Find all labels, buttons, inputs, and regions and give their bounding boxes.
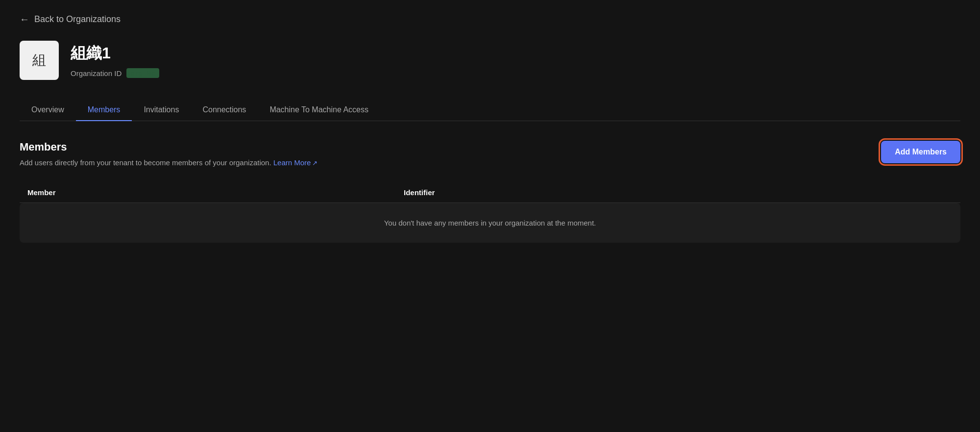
org-id-value: org_0c — [126, 68, 159, 78]
members-header: Members Add users directly from your ten… — [20, 141, 960, 167]
back-arrow-icon: ← — [20, 14, 29, 25]
table-col-member: Member — [20, 182, 396, 203]
members-description: Add users directly from your tenant to b… — [20, 158, 318, 167]
members-table: Member Identifier You don't have any mem… — [20, 182, 960, 243]
org-info: 組織1 Organization ID org_0c — [71, 43, 159, 78]
members-title: Members — [20, 141, 318, 153]
members-section: Members Add users directly from your ten… — [20, 141, 960, 243]
empty-state-row: You don't have any members in your organ… — [20, 203, 960, 243]
tab-connections[interactable]: Connections — [191, 100, 258, 121]
page-container: ← Back to Organizations 組 組織1 Organizati… — [0, 0, 980, 262]
add-members-button[interactable]: Add Members — [881, 141, 960, 163]
org-name: 組織1 — [71, 43, 159, 64]
external-link-icon: ↗ — [312, 159, 318, 167]
tabs-container: Overview Members Invitations Connections… — [20, 100, 960, 121]
tab-m2m[interactable]: Machine To Machine Access — [258, 100, 380, 121]
tab-overview[interactable]: Overview — [20, 100, 76, 121]
members-title-area: Members Add users directly from your ten… — [20, 141, 318, 167]
org-header: 組 組織1 Organization ID org_0c — [20, 41, 960, 80]
table-col-identifier: Identifier — [396, 182, 960, 203]
tab-members[interactable]: Members — [76, 100, 132, 121]
back-nav[interactable]: ← Back to Organizations — [20, 14, 960, 25]
learn-more-link[interactable]: Learn More↗ — [273, 158, 318, 167]
table-header-row: Member Identifier — [20, 182, 960, 203]
tab-invitations[interactable]: Invitations — [132, 100, 191, 121]
org-id-row: Organization ID org_0c — [71, 68, 159, 78]
empty-state-message: You don't have any members in your organ… — [20, 203, 960, 243]
back-nav-label: Back to Organizations — [34, 14, 121, 25]
org-id-label: Organization ID — [71, 69, 122, 77]
org-avatar: 組 — [20, 41, 59, 80]
